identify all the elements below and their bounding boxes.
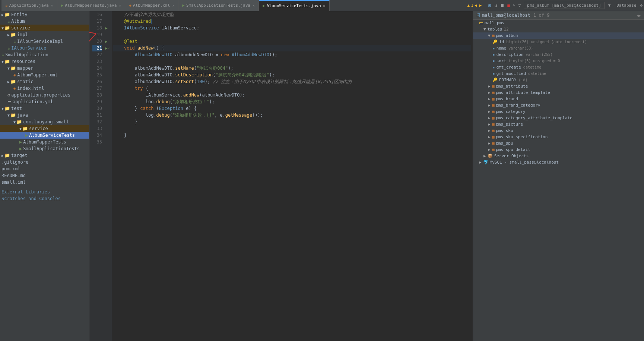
expand-icon: ▶ xyxy=(488,141,491,146)
sidebar-item-service-test[interactable]: ▼ 📁 service xyxy=(0,125,89,132)
db-col-type: datetime xyxy=(528,72,546,76)
db-tables-folder[interactable]: ▼ tables 12 xyxy=(473,26,644,32)
code-line-28: iAlbumService. addNew (albumAddNewDTO); xyxy=(113,92,471,98)
db-table-pms-category-attr-template[interactable]: ▶ ▦ pms_category_attribute_template xyxy=(473,115,644,121)
tab-smallApplicationTests[interactable]: ▶ SmallApplicationTests.java ✕ xyxy=(178,0,259,11)
sidebar-item-service[interactable]: ▼ 📁 service xyxy=(0,25,89,31)
sidebar-item-label: mapper xyxy=(17,66,33,71)
sidebar-item-resources[interactable]: ▼ 📁 resources xyxy=(0,58,89,65)
code-keyword: catch xyxy=(140,105,153,112)
gutter-run-icon[interactable]: ▶ xyxy=(105,25,112,31)
table-expand-icon: ▼ xyxy=(488,33,491,38)
db-table-pms-category[interactable]: ▶ ▦ pms_category xyxy=(473,108,644,115)
settings-icon[interactable]: ⚙ xyxy=(640,3,643,8)
db-dropdown-icon[interactable]: ▼ xyxy=(608,3,611,8)
sidebar-item-gitignore[interactable]: .gitignore xyxy=(0,159,89,165)
run-method-icon[interactable]: ▶ xyxy=(105,46,108,51)
db-col-sort[interactable]: ▪ sort tinyint(3) unsigned = 0 xyxy=(473,58,644,64)
code-keyword: void xyxy=(124,45,135,51)
tab-albumMapperTests[interactable]: ▶ AlbumMapperTests.java ✕ xyxy=(57,0,126,11)
close-icon[interactable]: ✕ xyxy=(323,4,326,8)
db-schema[interactable]: 🗃 mall_pms xyxy=(473,20,644,26)
db-table-pms-picture[interactable]: ▶ ▦ pms_picture xyxy=(473,121,644,127)
db-server-objects[interactable]: ▶ 📦 Server Objects xyxy=(473,153,644,159)
db-col-gmt-create[interactable]: ▪ gmt_create datetime xyxy=(473,64,644,70)
line-numbers: 16 17 18 19 20 21 22 23 24 25 26 27 28 2… xyxy=(89,11,105,341)
sidebar-item-ialbumservice[interactable]: ☕ IAlbumService xyxy=(0,45,89,51)
sidebar-item-target[interactable]: ▶ 📁 target xyxy=(0,152,89,159)
line-number: 24 xyxy=(92,65,102,72)
sidebar-item-mapper[interactable]: ▼ 📁 mapper xyxy=(0,65,89,72)
sidebar-item-index-html[interactable]: ◈ index.html xyxy=(0,85,89,92)
sidebar-item-albumMapper-xml[interactable]: ◈ AlbumMapper.xml xyxy=(0,72,89,78)
sidebar-item-label: .gitignore xyxy=(1,160,28,165)
sidebar-item-label: impl xyxy=(17,32,28,37)
toolbar-icon-filter[interactable]: ▽ xyxy=(518,3,521,8)
sidebar-item-impl[interactable]: ▶ 📁 impl xyxy=(0,31,89,38)
code-comment: //不建议声明为实现类型 xyxy=(113,11,174,18)
db-tables-count: 12 xyxy=(504,27,508,32)
sidebar-item-ialbumserviceimpl[interactable]: ☕ IAlbumServiceImpl xyxy=(0,38,89,45)
arrow-icon: ▶ xyxy=(1,13,4,17)
db-col-name: PRIMARY xyxy=(499,78,516,82)
tab-albumMapper-xml[interactable]: ◈ AlbumMapper.xml ✕ xyxy=(125,0,178,11)
line-number: 29 xyxy=(92,98,102,105)
db-table-pms-album[interactable]: ▼ ▦ pms_album xyxy=(473,32,644,39)
toolbar-icon-stop[interactable]: ⏹ xyxy=(500,3,504,8)
run-secondary-icon[interactable]: ↩ xyxy=(108,46,110,50)
sidebar-item-albumservicetests[interactable]: ▶ AlbumServiceTests xyxy=(0,132,89,139)
toolbar-icon-refresh[interactable]: ↺ xyxy=(494,3,497,8)
sidebar-item-external-libs[interactable]: External Libraries xyxy=(0,189,89,195)
run-test-icon[interactable]: ▶ xyxy=(105,26,108,31)
db-table-pms-spu[interactable]: ▶ ▦ pms_spu xyxy=(473,140,644,146)
java-test-icon: ▶ xyxy=(263,3,265,8)
code-lines[interactable]: //不建议声明为实现类型 @Autowired IAlbumService iA… xyxy=(112,11,473,341)
sidebar-item-readme[interactable]: README.md xyxy=(0,172,89,179)
db-col-gmt-modified[interactable]: ▪ gmt_modified datetime xyxy=(473,70,644,77)
line-number: 26 xyxy=(92,78,102,85)
sidebar-item-smallapplication[interactable]: ☕ SmallApplication xyxy=(0,51,89,58)
line-number: 35 xyxy=(92,139,102,145)
db-table-pms-sku[interactable]: ▶ ▦ pms_sku xyxy=(473,127,644,134)
db-table-pms-attribute[interactable]: ▶ ▦ pms_attribute xyxy=(473,83,644,89)
sidebar-item-application-properties[interactable]: ⚙ application.properties xyxy=(0,92,89,98)
sidebar-item-smallApplicationTests[interactable]: ▶ SmallApplicationTests xyxy=(0,145,89,152)
code-text: ()); xyxy=(252,112,263,119)
sidebar-item-pom[interactable]: pom.xml xyxy=(0,165,89,172)
db-table-pms-brand[interactable]: ▶ ▦ pms_brand xyxy=(473,96,644,102)
db-table-pms-sku-spec[interactable]: ▶ ▦ pms_sku_specification xyxy=(473,134,644,140)
sidebar-item-application-yml[interactable]: ☰ application.yml xyxy=(0,98,89,105)
sidebar-item-small-iml[interactable]: small.iml xyxy=(0,179,89,186)
sidebar-item-com-luoyang[interactable]: ▼ 📁 com.luoyang.small xyxy=(0,119,89,125)
code-method: setName xyxy=(175,65,194,72)
db-col-primary[interactable]: 🔑 PRIMARY (id) xyxy=(473,77,644,83)
db-col-description[interactable]: ▪ description varchar(255) xyxy=(473,51,644,58)
close-icon[interactable]: ✕ xyxy=(172,3,174,7)
toolbar-icon-stop-red[interactable]: ■ xyxy=(507,3,510,8)
db-col-id[interactable]: 🔑 id bigint(20) unsigned (auto increment… xyxy=(473,39,644,45)
run-test-icon[interactable]: ▶ xyxy=(105,39,108,44)
close-icon[interactable]: ✕ xyxy=(119,3,121,7)
toolbar-icon-plus[interactable]: ⊕ xyxy=(488,2,492,9)
close-icon[interactable]: ✕ xyxy=(51,3,53,7)
sidebar-item-albumMapperTests[interactable]: ▶ AlbumMapperTests xyxy=(0,139,89,145)
db-table-pms-brand-category[interactable]: ▶ ▦ pms_brand_category xyxy=(473,102,644,108)
sidebar-item-test[interactable]: ▼ 📁 test xyxy=(0,105,89,112)
sidebar-item-scratches[interactable]: Scratches and Consoles xyxy=(0,195,89,202)
tab-albumServiceTests[interactable]: ▶ AlbumServiceTests.java ✕ xyxy=(259,0,329,11)
close-icon[interactable]: ✕ xyxy=(253,3,255,7)
db-col-name[interactable]: ▪ name varchar(50) xyxy=(473,45,644,51)
sidebar-item-java[interactable]: ▼ 📁 java xyxy=(0,112,89,119)
gutter-annotation[interactable]: ▶ xyxy=(105,38,112,45)
db-table-pms-spu-detail[interactable]: ▶ ▦ pms_spu_detail xyxy=(473,146,644,153)
db-table-pms-attribute-template[interactable]: ▶ ▦ pms_attribute_template xyxy=(473,89,644,96)
toolbar-icon-edit[interactable]: ✎ xyxy=(513,3,515,8)
sidebar-item-entity[interactable]: ▶ 📁 Entity xyxy=(0,11,89,18)
line-number: 20 xyxy=(92,38,102,45)
gutter-run-method[interactable]: ▶ ↩ xyxy=(105,45,112,51)
tab-application-java[interactable]: ☕ Application.java ✕ xyxy=(1,0,57,11)
db-other-connection[interactable]: ▶ 🐬 MySQL - small_pass@localhost xyxy=(473,159,644,165)
sidebar-item-album[interactable]: ☕ Album xyxy=(0,18,89,25)
db-connection-label[interactable]: pms_album [mall_pms@localhost] xyxy=(524,2,605,9)
sidebar-item-static[interactable]: ▶ 📁 static xyxy=(0,78,89,85)
